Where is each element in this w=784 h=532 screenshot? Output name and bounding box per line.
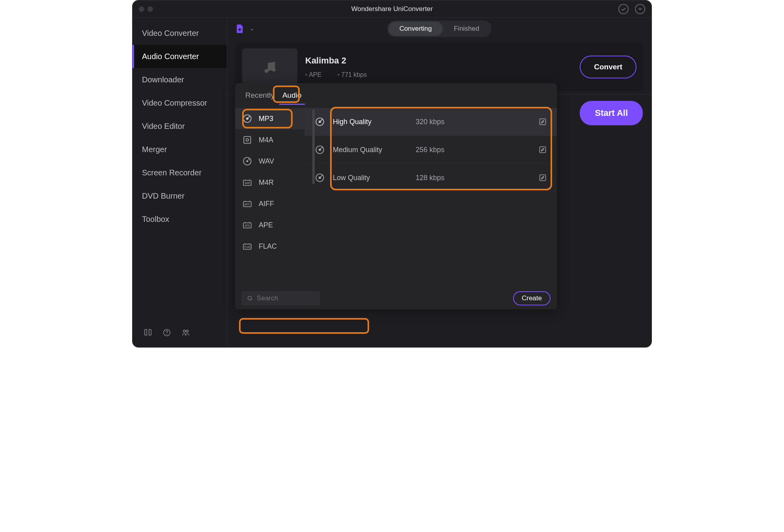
format-search[interactable]: [241, 291, 320, 305]
format-label: FLAC: [259, 242, 277, 251]
svg-rect-34: [540, 119, 546, 125]
sidebar: Video Converter Audio Converter Download…: [133, 18, 227, 347]
tab-finished[interactable]: Finished: [443, 22, 490, 36]
edit-icon[interactable]: [539, 146, 547, 154]
status-segmented: Converting Finished: [387, 20, 491, 37]
popover-tab-recently[interactable]: Recently: [242, 88, 278, 105]
disc-icon: [315, 173, 325, 183]
sidebar-item-toolbox[interactable]: Toolbox: [133, 208, 227, 231]
sidebar-item-video-converter[interactable]: Video Converter: [133, 22, 227, 45]
scrollbar-thumb[interactable]: [312, 109, 315, 184]
create-preset-button[interactable]: Create: [513, 291, 551, 305]
svg-rect-42: [540, 175, 546, 181]
tag-icon: M4R: [242, 177, 252, 188]
format-item-m4r[interactable]: M4R M4R: [235, 172, 304, 193]
tag-icon: AIFF: [242, 199, 252, 209]
svg-line-41: [321, 175, 323, 177]
svg-point-12: [246, 139, 249, 141]
edit-icon[interactable]: [539, 174, 547, 182]
feedback-icon[interactable]: [635, 4, 645, 14]
svg-line-33: [321, 119, 323, 121]
svg-text:FLAC: FLAC: [244, 246, 251, 248]
account-icon[interactable]: [618, 4, 629, 14]
format-label: APE: [259, 221, 273, 229]
format-item-mp3[interactable]: MP3: [235, 108, 304, 129]
file-codec: APE: [305, 71, 321, 78]
svg-point-5: [186, 330, 189, 333]
minimize-dot[interactable]: [147, 6, 153, 12]
guide-icon[interactable]: [144, 328, 152, 339]
community-icon[interactable]: [181, 328, 190, 339]
sidebar-item-video-editor[interactable]: Video Editor: [133, 115, 227, 138]
quality-name: Medium Quality: [333, 146, 408, 154]
svg-point-43: [248, 296, 252, 300]
add-file-button[interactable]: ⌄: [235, 24, 254, 34]
svg-rect-11: [244, 136, 250, 143]
format-item-ape[interactable]: APE APE: [235, 214, 304, 236]
disc-icon: [315, 117, 325, 127]
svg-line-44: [251, 299, 252, 301]
sidebar-item-audio-converter[interactable]: Audio Converter: [133, 45, 227, 68]
format-item-m4a[interactable]: M4A: [235, 129, 304, 151]
chevron-down-icon[interactable]: ⌄: [250, 26, 254, 32]
svg-point-32: [319, 121, 321, 123]
svg-point-3: [167, 334, 167, 335]
quality-name: Low Quality: [333, 174, 408, 182]
format-item-aiff[interactable]: AIFF AIFF: [235, 193, 304, 214]
disc-icon: [315, 145, 325, 155]
svg-text:M4R: M4R: [245, 182, 250, 184]
search-input[interactable]: [257, 294, 315, 302]
sidebar-item-video-compressor[interactable]: Video Compressor: [133, 91, 227, 115]
svg-point-4: [183, 330, 186, 333]
svg-line-37: [321, 147, 323, 149]
svg-point-14: [246, 160, 248, 162]
format-label: WAV: [259, 157, 274, 166]
svg-point-6: [265, 69, 269, 73]
popover-tab-audio[interactable]: Audio: [279, 88, 305, 105]
sidebar-item-screen-recorder[interactable]: Screen Recorder: [133, 161, 227, 184]
quality-item-medium[interactable]: Medium Quality 256 kbps: [304, 136, 557, 164]
format-item-flac[interactable]: FLAC FLAC: [235, 236, 304, 257]
format-label: M4A: [259, 136, 273, 144]
start-all-button[interactable]: Start All: [580, 101, 643, 125]
close-dot[interactable]: [139, 6, 144, 12]
quality-list: High Quality 320 kbps Medium Quality 256…: [304, 105, 557, 287]
format-popover: Recently Audio MP3 M4A WAV M4R: [235, 83, 557, 309]
quality-rate: 128 kbps: [416, 174, 531, 182]
tab-converting[interactable]: Converting: [388, 22, 443, 36]
convert-button[interactable]: Convert: [580, 56, 637, 78]
svg-rect-38: [540, 147, 546, 153]
quality-name: High Quality: [333, 118, 408, 126]
disc-icon: [242, 113, 252, 124]
sidebar-item-merger[interactable]: Merger: [133, 138, 227, 161]
file-thumbnail: [242, 48, 297, 86]
format-item-wav[interactable]: WAV: [235, 151, 304, 172]
square-icon: [242, 135, 252, 145]
quality-rate: 320 kbps: [416, 118, 531, 126]
edit-icon[interactable]: [539, 118, 547, 126]
window-controls[interactable]: [139, 6, 153, 12]
svg-point-40: [319, 177, 321, 179]
tag-icon: FLAC: [242, 241, 252, 251]
svg-point-7: [272, 68, 276, 72]
file-bitrate: 771 kbps: [337, 71, 367, 78]
sidebar-item-dvd-burner[interactable]: DVD Burner: [133, 184, 227, 208]
svg-point-36: [319, 149, 321, 151]
quality-item-low[interactable]: Low Quality 128 kbps: [304, 164, 557, 192]
format-label: M4R: [259, 179, 274, 187]
tag-icon: APE: [242, 220, 252, 230]
svg-text:AIFF: AIFF: [244, 203, 250, 206]
format-label: AIFF: [259, 200, 274, 208]
quality-item-high[interactable]: High Quality 320 kbps: [304, 108, 557, 136]
svg-point-9: [246, 118, 248, 119]
sidebar-item-downloader[interactable]: Downloader: [133, 68, 227, 91]
titlebar: Wondershare UniConverter: [133, 0, 651, 18]
quality-rate: 256 kbps: [416, 146, 531, 154]
file-name: Kalimba 2: [305, 56, 572, 66]
app-title: Wondershare UniConverter: [351, 5, 433, 13]
format-list[interactable]: MP3 M4A WAV M4R M4R AIFF AIFF: [235, 105, 304, 287]
format-label: MP3: [259, 115, 273, 123]
wave-icon: [242, 156, 252, 166]
svg-line-10: [248, 115, 250, 117]
help-icon[interactable]: [162, 328, 171, 339]
